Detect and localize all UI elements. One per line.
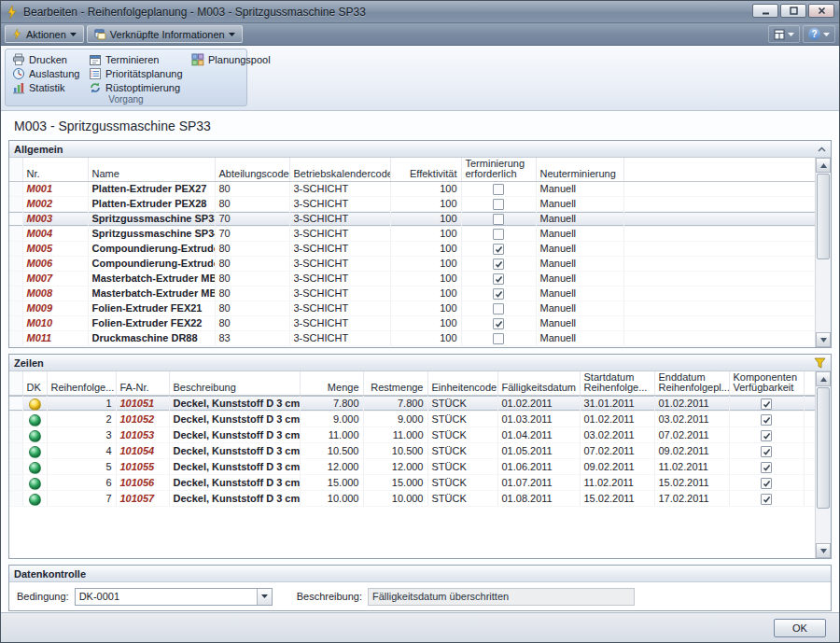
machine-row[interactable]: M005 Compoundierung-Extruder CE... 80 3-…	[9, 242, 817, 257]
col-enddatum[interactable]: Enddatum Reihenfolgepl...	[654, 371, 729, 396]
komponenten-checkbox[interactable]	[761, 462, 772, 473]
dk-status-indicator	[29, 462, 41, 474]
section-zeilen: Zeilen DK R	[8, 354, 832, 559]
beschreibung-field[interactable]: Fälligkeitsdatum überschritten	[368, 588, 635, 606]
titlebar[interactable]: Bearbeiten - Reihenfolgeplanung - M003 -…	[1, 1, 839, 23]
machine-row[interactable]: M009 Folien-Extruder FEX21 80 3-SCHICHT …	[9, 301, 817, 316]
cell-abteilungscode: 80	[215, 197, 289, 212]
col-name[interactable]: Name	[88, 158, 215, 182]
komponenten-checkbox[interactable]	[761, 446, 772, 457]
ruestoptimierung-label: Rüstoptimierung	[105, 82, 180, 93]
allgemein-vertical-scrollbar[interactable]	[815, 158, 831, 347]
komponenten-checkbox[interactable]	[761, 430, 772, 441]
scroll-down-button[interactable]	[816, 543, 831, 558]
machine-row[interactable]: M011 Druckmaschine DR88 83 3-SCHICHT 100…	[9, 331, 817, 346]
col-reihenfolge[interactable]: Reihenfolge...	[47, 371, 116, 396]
machine-row[interactable]: M002 Platten-Extruder PEX28 80 3-SCHICHT…	[9, 197, 817, 212]
app-lightning-icon	[6, 6, 19, 19]
col-einheitencode[interactable]: Einheitencode	[427, 371, 497, 396]
col-komponenten-verfuegbarkeit[interactable]: Komponenten Verfügbarkeit	[729, 371, 804, 396]
terminierung-checkbox[interactable]	[493, 333, 504, 344]
col-faelligkeitsdatum[interactable]: Fälligkeitsdatum	[497, 371, 580, 396]
col-nr[interactable]: Nr.	[22, 158, 88, 182]
order-line-row[interactable]: 2 101052 Deckel, Kunststoff D 3 cm, 9.00…	[9, 412, 817, 427]
scroll-down-button[interactable]	[816, 332, 831, 347]
maximize-button[interactable]	[780, 4, 806, 18]
terminierung-checkbox[interactable]	[493, 288, 504, 300]
cell-enddatum: 15.02.2011	[654, 475, 729, 491]
machine-row[interactable]: M007 Masterbatch-Extruder MBEX58 80 3-SC…	[9, 272, 817, 287]
machine-row[interactable]: M001 Platten-Extruder PEX27 80 3-SCHICHT…	[9, 182, 817, 197]
terminierung-checkbox[interactable]	[493, 244, 504, 255]
filter-icon[interactable]	[814, 357, 826, 369]
komponenten-checkbox[interactable]	[761, 398, 772, 410]
planungspool-button[interactable]: Planungspool	[189, 52, 273, 66]
terminierung-checkbox[interactable]	[493, 229, 504, 240]
cell-abteilungscode: 80	[215, 287, 289, 301]
order-line-row[interactable]: 3 101053 Deckel, Kunststoff D 3 cm, 11.0…	[9, 427, 817, 443]
order-line-row[interactable]: 1 101051 Deckel, Kunststoff D 3 cm, 7.80…	[9, 396, 817, 412]
chevron-up-icon[interactable]	[818, 147, 826, 152]
col-betriebskalendercode[interactable]: Betriebskalendercode	[289, 158, 390, 182]
machine-row[interactable]: M006 Compoundierung-Extruder CE... 80 3-…	[9, 257, 817, 272]
bedingung-value: DK-0001	[76, 589, 257, 605]
komponenten-checkbox[interactable]	[761, 478, 772, 489]
order-line-row[interactable]: 5 101055 Deckel, Kunststoff D 3 cm, 12.0…	[9, 459, 817, 475]
scroll-thumb[interactable]	[817, 387, 830, 509]
col-menge[interactable]: Menge	[300, 371, 363, 396]
machine-row[interactable]: M010 Folien-Extruder FEX22 80 3-SCHICHT …	[9, 316, 817, 331]
zeilen-title: Zeilen	[14, 357, 44, 369]
ok-button[interactable]: OK	[774, 619, 826, 637]
dropdown-arrow-icon[interactable]	[257, 589, 272, 605]
col-beschreibung[interactable]: Beschreibung	[169, 371, 300, 396]
scroll-up-button[interactable]	[816, 158, 831, 173]
terminierung-checkbox[interactable]	[493, 214, 504, 225]
terminierung-checkbox[interactable]	[493, 318, 504, 329]
col-startdatum[interactable]: Startdatum Reihenfolge...	[580, 371, 654, 396]
order-line-row[interactable]: 7 101057 Deckel, Kunststoff D 3 cm, 10.0…	[9, 491, 817, 507]
cell-startdatum: 09.02.2011	[580, 459, 654, 475]
prioritaetsplanung-button[interactable]: Prioritätsplanung	[86, 66, 185, 80]
minimize-button[interactable]	[752, 4, 778, 18]
dk-status-indicator	[29, 446, 41, 458]
col-restmenge[interactable]: Restmenge	[363, 371, 427, 396]
cell-einheitencode: STÜCK	[427, 427, 497, 443]
machine-row[interactable]: M003 Spritzgussmaschine SP33 70 3-SCHICH…	[9, 212, 817, 227]
terminierung-checkbox[interactable]	[493, 273, 504, 285]
scroll-thumb[interactable]	[817, 174, 830, 259]
zeilen-header[interactable]: Zeilen	[9, 355, 831, 371]
komponenten-checkbox[interactable]	[761, 494, 772, 505]
ruestoptimierung-button[interactable]: Rüstoptimierung	[86, 80, 185, 94]
terminierung-checkbox[interactable]	[493, 259, 504, 270]
order-line-row[interactable]: 4 101054 Deckel, Kunststoff D 3 cm, 10.5…	[9, 443, 817, 459]
close-button[interactable]	[808, 4, 834, 18]
cell-restmenge: 15.000	[363, 475, 427, 491]
aktionen-menu[interactable]: Aktionen	[5, 25, 84, 43]
order-line-row[interactable]: 6 101056 Deckel, Kunststoff D 3 cm, 15.0…	[9, 475, 817, 491]
help-menu-button[interactable]: ?	[803, 25, 835, 43]
terminierung-checkbox[interactable]	[493, 184, 504, 195]
col-terminierung-erforderlich[interactable]: Terminierung erforderlich	[461, 158, 536, 182]
zeilen-vertical-scrollbar[interactable]	[815, 371, 831, 558]
terminierung-checkbox[interactable]	[493, 199, 504, 210]
col-neuterminierung[interactable]: Neuterminierung	[536, 158, 623, 182]
terminierung-checkbox[interactable]	[493, 303, 504, 315]
machine-row[interactable]: M004 Spritzgussmaschine SP34 70 3-SCHICH…	[9, 227, 817, 242]
col-fa-nr[interactable]: FA-Nr.	[116, 371, 169, 396]
col-dk[interactable]: DK	[22, 371, 47, 396]
scroll-up-button[interactable]	[816, 371, 831, 386]
col-effektivitaet[interactable]: Effektivität	[390, 158, 461, 182]
statistik-button[interactable]: Statistik	[9, 80, 82, 94]
auslastung-button[interactable]: Auslastung	[9, 66, 82, 80]
allgemein-header[interactable]: Allgemein	[9, 141, 831, 158]
machine-row[interactable]: M008 Masterbatch-Extruder MBEX59 80 3-SC…	[9, 287, 817, 301]
datenkontrolle-header[interactable]: Datenkontrolle	[9, 566, 831, 582]
bedingung-dropdown[interactable]: DK-0001	[75, 588, 273, 606]
col-abteilungscode[interactable]: Abteilungscode	[215, 158, 289, 182]
layout-menu-button[interactable]	[768, 25, 800, 43]
drucken-button[interactable]: Drucken	[9, 52, 82, 66]
terminieren-button[interactable]: Terminieren	[86, 52, 185, 66]
komponenten-checkbox[interactable]	[761, 414, 772, 426]
verknuepfte-informationen-menu[interactable]: Verknüpfte Informationen	[87, 25, 243, 43]
cell-enddatum: 07.02.2011	[654, 427, 729, 443]
